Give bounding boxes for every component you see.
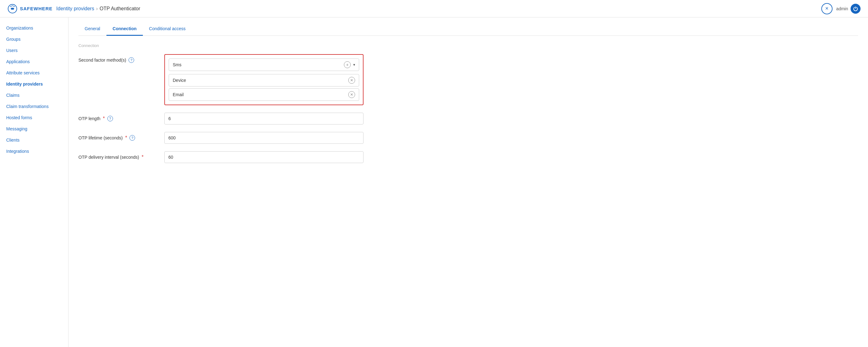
sidebar-item-users[interactable]: Users	[0, 45, 68, 56]
otp-length-help-icon[interactable]: ?	[107, 116, 113, 121]
sidebar-item-messaging[interactable]: Messaging	[0, 123, 68, 134]
dropdown-value: Sms	[173, 62, 344, 67]
otp-length-input[interactable]	[164, 113, 364, 125]
close-icon: ×	[825, 5, 829, 12]
sidebar: Organizations Groups Users Applications …	[0, 18, 68, 347]
tab-conditional-access[interactable]: Conditional access	[143, 23, 192, 36]
second-factor-help-icon[interactable]: ?	[128, 57, 134, 63]
close-button[interactable]: ×	[821, 3, 833, 14]
sidebar-item-claims[interactable]: Claims	[0, 90, 68, 101]
otp-lifetime-required: *	[125, 135, 127, 141]
sidebar-item-groups[interactable]: Groups	[0, 34, 68, 45]
second-factor-container: Sms + ▾ Device ✕ Email ✕	[164, 54, 364, 105]
user-info: admin	[836, 4, 861, 14]
sidebar-item-applications[interactable]: Applications	[0, 56, 68, 67]
otp-lifetime-label: OTP lifetime (seconds) * ?	[79, 132, 159, 141]
sidebar-item-organizations[interactable]: Organizations	[0, 23, 68, 34]
second-factor-row: Second factor method(s) ? Sms + ▾ Device…	[79, 54, 858, 105]
otp-lifetime-help-icon[interactable]: ?	[129, 135, 135, 141]
second-factor-label: Second factor method(s) ?	[79, 54, 159, 63]
svg-point-1	[11, 8, 13, 10]
tab-connection[interactable]: Connection	[106, 23, 143, 36]
logo-text: SAFEWHERE	[20, 6, 53, 11]
logo: SAFEWHERE	[7, 4, 53, 14]
otp-delivery-label: OTP delivery interval (seconds) *	[79, 151, 159, 160]
sidebar-item-clients[interactable]: Clients	[0, 134, 68, 146]
otp-length-label: OTP length * ?	[79, 113, 159, 121]
breadcrumb-separator: ›	[96, 6, 98, 11]
otp-delivery-row: OTP delivery interval (seconds) *	[79, 151, 858, 163]
otp-delivery-required: *	[142, 154, 144, 160]
remove-device-button[interactable]: ✕	[348, 77, 355, 84]
otp-delivery-input[interactable]	[164, 151, 364, 163]
breadcrumb: Identity providers › OTP Authenticator	[56, 6, 141, 11]
selected-item-email-label: Email	[173, 92, 348, 97]
sidebar-item-attribute-services[interactable]: Attribute services	[0, 67, 68, 78]
otp-lifetime-row: OTP lifetime (seconds) * ?	[79, 132, 858, 144]
main-content: General Connection Conditional access Co…	[68, 18, 868, 347]
sidebar-item-hosted-forms[interactable]: Hosted forms	[0, 112, 68, 123]
section-label: Connection	[79, 43, 858, 48]
second-factor-dropdown[interactable]: Sms + ▾	[169, 59, 359, 71]
app-header: SAFEWHERE Identity providers › OTP Authe…	[0, 0, 868, 18]
breadcrumb-parent[interactable]: Identity providers	[56, 6, 94, 11]
add-item-button[interactable]: +	[344, 61, 351, 68]
tab-bar: General Connection Conditional access	[79, 18, 858, 36]
header-right: × admin	[821, 3, 861, 14]
otp-lifetime-input[interactable]	[164, 132, 364, 144]
power-button[interactable]	[850, 4, 861, 14]
sidebar-item-identity-providers[interactable]: Identity providers	[0, 78, 68, 90]
header-left: SAFEWHERE Identity providers › OTP Authe…	[7, 4, 140, 14]
chevron-down-icon[interactable]: ▾	[353, 63, 355, 67]
otp-length-required: *	[103, 116, 105, 121]
sidebar-item-integrations[interactable]: Integrations	[0, 146, 68, 157]
app-layout: Organizations Groups Users Applications …	[0, 18, 868, 347]
power-icon	[853, 6, 858, 11]
sidebar-item-claim-transformations[interactable]: Claim transformations	[0, 101, 68, 112]
logo-icon	[7, 4, 18, 14]
selected-items-list: Device ✕ Email ✕	[169, 74, 359, 101]
tab-general[interactable]: General	[79, 23, 106, 36]
selected-item-device: Device ✕	[169, 74, 359, 87]
username: admin	[836, 6, 848, 11]
otp-length-row: OTP length * ?	[79, 113, 858, 125]
selected-item-email: Email ✕	[169, 88, 359, 101]
remove-email-button[interactable]: ✕	[348, 91, 355, 98]
breadcrumb-current: OTP Authenticator	[100, 6, 140, 11]
selected-item-device-label: Device	[173, 78, 348, 83]
dropdown-icons: + ▾	[344, 61, 355, 68]
